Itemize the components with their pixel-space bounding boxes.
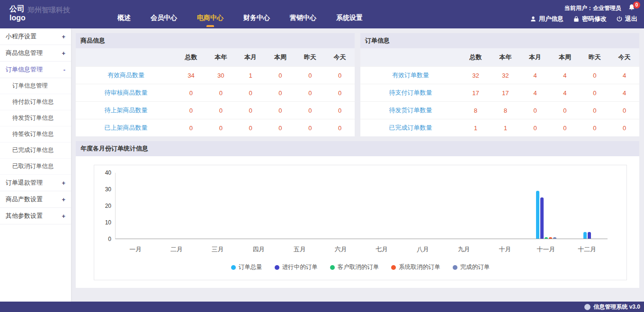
stat-value: 0	[176, 102, 206, 119]
nav-item-1[interactable]: 概述	[117, 14, 131, 22]
sidebar-section-6[interactable]: 其他参数设置+	[0, 208, 71, 224]
x-tick-label: 四月	[238, 245, 279, 254]
nav-item-5[interactable]: 营销中心	[290, 14, 316, 22]
sidebar-section-4[interactable]: 订单退款管理+	[0, 175, 71, 191]
col-header: 总数	[176, 48, 206, 67]
col-header: 昨天	[295, 48, 325, 67]
bar-group-1	[116, 173, 157, 239]
nav-item-3[interactable]: 电商中心	[197, 14, 224, 22]
y-tick-label: 40	[105, 169, 111, 176]
sidebar-item-3-6[interactable]: 已取消订单信息	[0, 159, 71, 175]
header-action-label: 用户信息	[539, 15, 564, 23]
chart-y-axis: 010203040	[99, 173, 115, 239]
stat-value: 8	[461, 102, 491, 119]
expand-icon[interactable]: +	[62, 50, 65, 57]
legend-item-2[interactable]: 进行中的订单	[275, 263, 318, 271]
row-label-link[interactable]: 有效订单数量	[360, 67, 461, 84]
product-panel: 商品信息 总数本年本月本周昨天今天 有效商品数量34301000待审核商品数量0…	[76, 33, 355, 136]
company-logo: 公司 logo 郑州智璟科技	[0, 0, 76, 28]
legend-item-3[interactable]: 客户取消的订单	[330, 263, 379, 271]
header-action-lock[interactable]: 密码修改	[573, 15, 607, 23]
stat-value: 0	[236, 84, 266, 102]
stat-value: 4	[520, 84, 550, 102]
stat-value: 0	[325, 67, 355, 84]
legend-label: 进行中的订单	[282, 263, 318, 271]
chart-panel-title: 年度各月份订单统计信息	[76, 141, 639, 156]
table-row: 已完成订单数量110000	[360, 119, 639, 137]
chart-box: 010203040 一月二月三月四月五月六月七月八月九月十月十一月十二月 订单总…	[94, 165, 627, 280]
header-action-power[interactable]: 退出	[616, 15, 637, 23]
bar-group-10	[484, 173, 526, 239]
stat-value: 0	[236, 119, 266, 137]
product-table: 总数本年本月本周昨天今天 有效商品数量34301000待审核商品数量000000…	[76, 48, 355, 136]
header-action-user[interactable]: 用户信息	[530, 15, 564, 23]
stat-value: 0	[266, 84, 295, 102]
sidebar-item-3-2[interactable]: 待付款订单信息	[0, 94, 71, 110]
notification-bell-icon[interactable]: 0	[628, 4, 637, 12]
col-header: 昨天	[580, 48, 609, 67]
y-tick-label: 0	[108, 236, 111, 242]
expand-icon[interactable]: +	[62, 196, 65, 203]
nav-item-2[interactable]: 会员中心	[151, 14, 177, 22]
expand-icon[interactable]: +	[62, 33, 65, 40]
top-header: 公司 logo 郑州智璟科技 概述会员中心电商中心财务中心营销中心系统设置 当前…	[0, 0, 644, 28]
stat-value: 0	[206, 102, 236, 119]
sidebar-section-label: 商品产数设置	[6, 195, 43, 204]
table-row: 已上架商品数量000000	[76, 119, 355, 137]
x-tick-label: 三月	[197, 245, 238, 254]
sidebar-item-3-3[interactable]: 待发货订单信息	[0, 110, 71, 126]
collapse-icon[interactable]: -	[63, 66, 65, 73]
col-header: 本年	[491, 48, 520, 67]
chart-bar	[588, 232, 591, 239]
sidebar-section-2[interactable]: 商品信息管理+	[0, 45, 71, 62]
order-table-header-row: 总数本年本月本周昨天今天	[360, 48, 639, 67]
sidebar-section-label: 订单信息管理	[6, 65, 43, 74]
legend-item-1[interactable]: 订单总量	[231, 263, 262, 271]
stat-value: 0	[206, 119, 236, 137]
nav-item-6[interactable]: 系统设置	[336, 14, 363, 22]
row-label-link[interactable]: 待审核商品数量	[76, 84, 176, 102]
stat-value: 4	[550, 84, 580, 102]
legend-label: 客户取消的订单	[338, 263, 379, 271]
sidebar-section-label: 订单退款管理	[6, 178, 43, 187]
stat-value: 30	[206, 67, 236, 84]
bar-group-7	[362, 173, 403, 239]
sidebar-section-1[interactable]: 小程序设置+	[0, 28, 71, 45]
stat-value: 0	[609, 102, 639, 119]
x-tick-label: 五月	[279, 245, 321, 254]
row-label-link[interactable]: 待发货订单数量	[360, 102, 461, 119]
sidebar-section-label: 商品信息管理	[6, 49, 43, 57]
product-table-header-row: 总数本年本月本周昨天今天	[76, 48, 355, 67]
row-label-link[interactable]: 已完成订单数量	[360, 119, 461, 137]
row-label-link[interactable]: 有效商品数量	[76, 67, 176, 84]
sidebar-section-label: 小程序设置	[6, 32, 36, 41]
bar-group-2	[157, 173, 198, 239]
table-row: 待发货订单数量880000	[360, 102, 639, 119]
stat-value: 32	[461, 67, 491, 84]
sidebar-section-3[interactable]: 订单信息管理-	[0, 62, 71, 78]
sidebar-item-3-4[interactable]: 待签收订单信息	[0, 126, 71, 143]
sidebar-section-5[interactable]: 商品产数设置+	[0, 191, 71, 208]
nav-item-4[interactable]: 财务中心	[243, 14, 270, 22]
legend-item-4[interactable]: 系统取消的订单	[391, 263, 440, 271]
sidebar-item-3-5[interactable]: 已完成订单信息	[0, 143, 71, 159]
x-tick-label: 一月	[115, 245, 156, 254]
col-header: 本月	[236, 48, 266, 67]
y-tick-label: 30	[105, 186, 111, 193]
expand-icon[interactable]: +	[62, 179, 65, 187]
row-label-link[interactable]: 已上架商品数量	[76, 119, 176, 137]
footer-bar: 信息管理系统 v3.0	[0, 302, 644, 312]
chart-bar	[583, 232, 587, 239]
bar-group-6	[321, 173, 362, 239]
stat-value: 8	[491, 102, 520, 119]
expand-icon[interactable]: +	[62, 213, 65, 220]
sidebar-item-3-1[interactable]: 订单信息管理	[0, 78, 71, 94]
col-header: 总数	[461, 48, 491, 67]
row-label-link[interactable]: 待上架商品数量	[76, 102, 176, 119]
legend-item-5[interactable]: 完成的订单	[453, 263, 490, 271]
header-action-label: 退出	[625, 15, 637, 23]
middle-region: 小程序设置+商品信息管理+订单信息管理-订单信息管理待付款订单信息待发货订单信息…	[0, 28, 644, 302]
x-tick-label: 九月	[443, 245, 484, 254]
row-label-link[interactable]: 待支付订单数量	[360, 84, 461, 102]
stat-value: 4	[609, 67, 639, 84]
